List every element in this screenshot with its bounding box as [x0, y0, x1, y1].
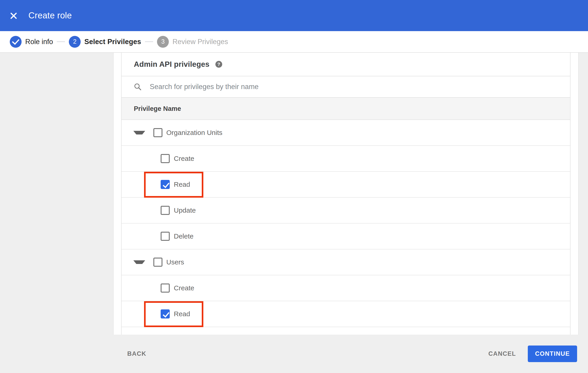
privilege-row: Read [122, 301, 570, 327]
step-label: Select Privileges [84, 38, 141, 46]
privilege-label: Read [174, 310, 190, 318]
table-header-row: Privilege Name [122, 98, 570, 120]
search-row [122, 76, 570, 98]
card-header: Admin API privileges ? [122, 53, 570, 76]
privilege-checkbox[interactable] [161, 232, 170, 241]
continue-button[interactable]: CONTINUE [528, 345, 577, 362]
privilege-row: Create [122, 146, 570, 172]
privilege-row: Update [122, 198, 570, 224]
privilege-label: Delete [174, 232, 194, 240]
privilege-checkbox[interactable] [161, 180, 170, 189]
step-label: Review Privileges [172, 38, 228, 46]
privilege-row: Read [122, 172, 570, 198]
collapse-triangle-icon[interactable] [133, 131, 145, 135]
privilege-checkbox[interactable] [161, 154, 170, 163]
privilege-group-label: Organization Units [166, 129, 222, 136]
step-select-privileges[interactable]: 2 Select Privileges [69, 36, 141, 48]
cancel-button[interactable]: CANCEL [488, 350, 516, 357]
step-label: Role info [25, 38, 53, 46]
step-number-circle: 3 [157, 36, 169, 48]
footer-bar: BACK CANCEL CONTINUE [0, 335, 588, 373]
privilege-group-row: Organization Units [122, 120, 570, 146]
content-area: Admin API privileges ? Privilege Name Or… [0, 53, 588, 335]
right-gutter-panel [578, 53, 588, 335]
collapse-triangle-icon[interactable] [133, 260, 145, 264]
step-connector [57, 41, 65, 42]
privilege-checkbox[interactable] [161, 309, 170, 319]
search-input[interactable] [149, 83, 570, 91]
privilege-row: Create [122, 275, 570, 301]
dialog-title: Create role [28, 11, 72, 21]
privilege-group-row: Users [122, 249, 570, 275]
privilege-label: Create [174, 155, 194, 162]
clipped-row [122, 327, 570, 335]
right-gap [570, 53, 578, 335]
privilege-row: Delete [122, 224, 570, 249]
check-icon [12, 37, 20, 45]
section-title: Admin API privileges [134, 60, 210, 69]
column-header-privilege-name: Privilege Name [134, 105, 181, 113]
privilege-label: Create [174, 284, 194, 292]
step-complete-check-circle [10, 36, 21, 48]
privilege-checkbox[interactable] [161, 206, 170, 215]
stepper: Role info 2 Select Privileges 3 Review P… [0, 31, 588, 53]
help-icon[interactable]: ? [215, 61, 222, 68]
group-checkbox[interactable] [153, 128, 162, 137]
left-gap [114, 53, 121, 335]
titlebar: Create role [0, 0, 588, 31]
step-role-info[interactable]: Role info [10, 36, 53, 48]
step-connector [145, 41, 153, 42]
left-gutter-panel [0, 53, 114, 335]
step-review-privileges[interactable]: 3 Review Privileges [157, 36, 228, 48]
back-button[interactable]: BACK [127, 350, 146, 357]
privilege-label: Read [174, 181, 190, 188]
privilege-label: Update [174, 207, 196, 214]
privilege-group-label: Users [166, 258, 184, 266]
create-role-dialog: Create role Role info 2 Select Privilege… [0, 0, 588, 373]
search-icon [134, 83, 142, 91]
privileges-card: Admin API privileges ? Privilege Name Or… [121, 53, 570, 335]
privilege-checkbox[interactable] [161, 283, 170, 293]
group-checkbox[interactable] [153, 258, 162, 267]
privilege-table-body: Organization Units Create Read Update De… [122, 120, 570, 335]
step-number-circle: 2 [69, 36, 81, 48]
close-icon[interactable] [10, 12, 17, 19]
